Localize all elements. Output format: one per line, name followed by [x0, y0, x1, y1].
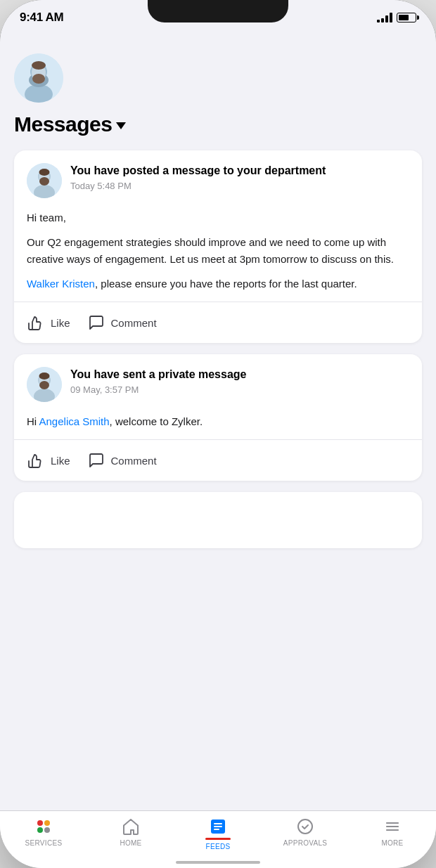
- card-title-1: You have posted a message to your depart…: [70, 163, 409, 179]
- bottom-nav: SERVICES HOME: [0, 810, 436, 868]
- nav-item-approvals[interactable]: APPROVALS: [262, 817, 349, 847]
- nav-label-home: HOME: [120, 839, 141, 847]
- svg-point-22: [37, 827, 43, 833]
- comment-icon-2: [87, 451, 105, 469]
- card-title-block-2: You have sent a private message 09 May, …: [70, 367, 409, 395]
- card-actions-1: Like Comment: [27, 302, 409, 343]
- card-body-line-2: Our Q2 engagement strategies should impr…: [27, 234, 409, 267]
- like-label-2: Like: [51, 455, 70, 467]
- feeds-icon: [208, 817, 228, 836]
- comment-label-1: Comment: [111, 317, 157, 329]
- status-time: 9:41 AM: [20, 11, 63, 25]
- like-icon-2: [27, 451, 45, 469]
- message-card-2: You have sent a private message 09 May, …: [14, 354, 422, 481]
- battery-fill: [399, 15, 409, 20]
- nav-item-services[interactable]: SERVICES: [0, 817, 87, 847]
- nav-item-home[interactable]: HOME: [87, 817, 174, 847]
- comment-label-2: Comment: [111, 455, 157, 467]
- card-body-line-1: Hi team,: [27, 209, 409, 226]
- feeds-active-indicator: [205, 838, 231, 840]
- svg-point-20: [37, 820, 43, 826]
- card-header-1: You have posted a message to your depart…: [27, 163, 409, 198]
- svg-rect-27: [214, 829, 219, 830]
- home-icon: [121, 817, 141, 836]
- card-header-2: You have sent a private message 09 May, …: [27, 367, 409, 402]
- svg-point-12: [39, 169, 50, 176]
- notch: [148, 0, 288, 22]
- svg-point-28: [298, 820, 312, 834]
- nav-item-feeds[interactable]: FEEDS: [174, 817, 262, 850]
- dropdown-arrow-icon[interactable]: [116, 122, 126, 129]
- mention-walker[interactable]: Walker Kristen: [27, 278, 95, 290]
- nav-label-feeds: FEEDS: [206, 843, 231, 850]
- battery-icon: [397, 13, 416, 22]
- scroll-area[interactable]: Messages: [0, 35, 436, 810]
- nav-label-services: SERVICES: [25, 839, 63, 847]
- msg-avatar-2: [27, 367, 62, 402]
- svg-point-6: [32, 61, 46, 70]
- svg-point-23: [44, 827, 50, 833]
- like-label-1: Like: [51, 317, 70, 329]
- home-indicator: [176, 861, 260, 864]
- approvals-icon: [295, 817, 315, 836]
- like-button-2[interactable]: Like: [27, 443, 87, 478]
- card-actions-2: Like Comment: [27, 440, 409, 481]
- svg-point-19: [39, 381, 49, 389]
- card-title-block-1: You have posted a message to your depart…: [70, 163, 409, 191]
- page-title: Messages: [14, 112, 112, 136]
- card-title-2: You have sent a private message: [70, 367, 409, 382]
- svg-point-7: [32, 74, 45, 84]
- comment-button-2[interactable]: Comment: [87, 443, 174, 478]
- svg-point-21: [44, 820, 50, 826]
- nav-label-approvals: APPROVALS: [283, 839, 328, 847]
- screen: 9:41 AM: [0, 0, 436, 868]
- signal-icon: [377, 13, 392, 22]
- nav-item-more[interactable]: MORE: [349, 817, 436, 847]
- nav-label-more: MORE: [381, 839, 403, 847]
- card-body-1: Hi team, Our Q2 engagement strategies sh…: [27, 209, 409, 292]
- status-icons: [377, 13, 416, 22]
- card-body-mention-1: Walker Kristen, please ensure you have t…: [27, 276, 409, 292]
- message-card-3-partial: [14, 492, 422, 548]
- card-timestamp-1: Today 5:48 PM: [70, 181, 409, 191]
- header-section: Messages: [14, 46, 422, 150]
- svg-point-18: [39, 373, 50, 380]
- svg-rect-26: [214, 826, 222, 827]
- services-icon: [34, 817, 53, 836]
- card-body-private: Hi Angelica Smith, welcome to Zylker.: [27, 413, 409, 429]
- page-title-row[interactable]: Messages: [14, 112, 126, 136]
- svg-point-13: [39, 177, 49, 186]
- card-timestamp-2: 09 May, 3:57 PM: [70, 384, 409, 395]
- mention-angelica[interactable]: Angelica Smith: [39, 415, 110, 427]
- message-card-1: You have posted a message to your depart…: [14, 150, 422, 343]
- like-button-1[interactable]: Like: [27, 305, 87, 340]
- svg-rect-25: [214, 823, 222, 824]
- msg-avatar-1: [27, 163, 62, 198]
- comment-button-1[interactable]: Comment: [87, 305, 174, 340]
- like-icon-1: [27, 313, 45, 332]
- comment-icon-1: [87, 313, 105, 332]
- card-body-2: Hi Angelica Smith, welcome to Zylker.: [27, 413, 409, 429]
- phone-frame: 9:41 AM: [0, 0, 436, 868]
- avatar: [14, 53, 63, 103]
- more-icon: [383, 817, 402, 836]
